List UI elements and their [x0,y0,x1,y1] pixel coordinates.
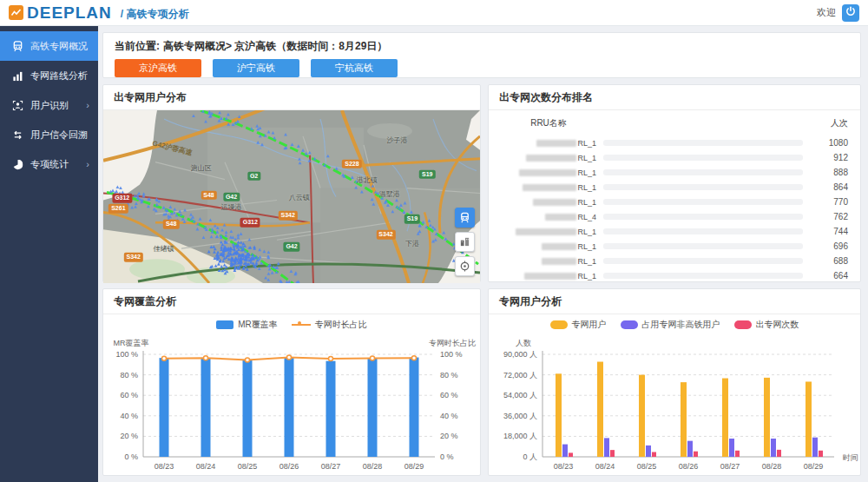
ranking-bar-track [603,169,803,175]
users-chart: 人数0 人18,000 人36,000 人54,000 人72,000 人90,… [489,335,860,474]
legend-item[interactable]: 专网用户 [550,319,607,331]
road-shield-badge: S48 [163,220,179,228]
map-place-label: 沙子港 [387,135,408,144]
road-shield-badge: G312 [240,218,260,227]
legend-item[interactable]: 专网时长占比 [292,319,367,331]
map-place-label: 下港 [405,239,419,248]
redacted-rru-name [545,214,576,221]
redacted-rru-name [523,184,576,191]
rru-name-suffix: RL_1 [577,168,596,177]
svg-text:0 %: 0 % [440,452,454,461]
svg-text:MR覆盖率: MR覆盖率 [114,339,149,347]
swap-arrows-icon [11,129,23,141]
ranking-bar-track [603,273,803,279]
sidebar-item-label: 专网路线分析 [30,69,88,83]
road-shield-badge: S19 [419,169,435,178]
power-icon [845,6,856,19]
road-shield-badge: S228 [342,159,361,168]
legend-label: MR覆盖率 [238,319,278,331]
svg-text:08/23: 08/23 [554,462,574,471]
map-place-label: 佳绪镇 [153,244,174,254]
ranking-value: 888 [813,168,848,177]
rail-line-button-3[interactable]: 宁杭高铁 [311,59,398,77]
sidebar-item-3[interactable]: 用户识别› [0,90,98,120]
legend-swatch [216,320,233,329]
ranking-row: RL_11080 [501,135,848,150]
svg-text:40 %: 40 % [120,412,138,420]
legend-item[interactable]: MR覆盖率 [216,319,278,331]
ranking-panel-title: 出专网次数分布排名 [489,85,860,110]
map-canvas[interactable]: G42沪蓉高速G312S261S48S48G312S342G42G2S342G4… [103,110,480,283]
svg-text:54,000 人: 54,000 人 [503,391,537,399]
legend-label: 专网时长占比 [315,319,367,331]
svg-text:08/29: 08/29 [804,462,824,471]
svg-text:08/27: 08/27 [720,462,740,471]
map-place-label: 运墁港 [221,202,242,212]
ranking-row: RL_1770 [501,195,848,209]
locate-icon [459,261,470,272]
sidebar-item-label: 用户信令回溯 [30,129,88,142]
ranking-bar-track [603,258,803,264]
page-title: / 高铁专项分析 [121,7,189,22]
road-shield-badge: G312 [112,194,132,202]
redacted-rru-name [516,228,576,235]
sidebar-item-1[interactable]: 高铁专网概况 [0,31,98,61]
users-panel-title: 专网用户分析 [489,289,860,314]
top-header: DEEPLAN / 高铁专项分析 欢迎 [0,0,868,26]
main-content: 当前位置:高铁专网概况> 京沪高铁（数据时间：8月29日） 京沪高铁沪宁高铁宁杭… [98,26,868,482]
rail-line-button-1[interactable]: 京沪高铁 [115,59,201,77]
legend-label: 出专网次数 [756,319,799,331]
rru-name-suffix: RL_1 [577,228,596,236]
svg-text:08/25: 08/25 [637,462,657,471]
logout-power-button[interactable] [842,4,859,22]
pie-chart-icon [11,158,23,170]
ranking-value: 864 [813,182,848,192]
buildings-3d-button[interactable] [455,232,475,252]
redacted-rru-name [519,169,576,176]
ranking-value: 688 [813,256,848,266]
sidebar-item-2[interactable]: 专网路线分析 [0,61,98,90]
breadcrumb-card: 当前位置:高铁专网概况> 京沪高铁（数据时间：8月29日） 京沪高铁沪宁高铁宁杭… [102,32,861,78]
ranking-bar-track [603,140,803,146]
users-panel: 专网用户分析 专网用户占用专网非高铁用户出专网次数 人数0 人18,000 人3… [488,288,861,476]
logo-chart-icon [9,5,23,20]
svg-text:60 %: 60 % [440,391,458,399]
ranking-value: 1080 [813,138,848,148]
road-shield-badge: S19 [404,215,420,223]
svg-text:08/27: 08/27 [321,462,341,471]
svg-text:08/23: 08/23 [155,462,174,471]
sidebar-item-5[interactable]: 专项统计› [0,149,98,179]
ranking-value: 696 [813,241,848,251]
legend-swatch [621,320,638,329]
svg-text:100 %: 100 % [440,350,463,359]
legend-label: 占用专网非高铁用户 [642,319,720,331]
redacted-rru-name [536,140,576,147]
ranking-bar-track [603,243,803,249]
road-shield-badge: G42 [223,192,240,201]
redacted-rru-name [542,258,576,265]
locate-button[interactable] [455,256,475,276]
ranking-value: 664 [813,271,848,281]
sidebar-item-4[interactable]: 用户信令回溯 [0,120,98,149]
chevron-right-icon: › [86,159,89,169]
rru-name-suffix: RL_1 [577,139,596,148]
road-shield-badge: S342 [278,211,297,220]
svg-text:08/25: 08/25 [238,462,258,471]
rru-name-suffix: RL_1 [577,183,596,192]
legend-item[interactable]: 占用专网非高铁用户 [621,319,720,331]
sidebar: 高铁专网概况专网路线分析用户识别›用户信令回溯专项统计› [0,26,98,482]
svg-text:专网时长占比: 专网时长占比 [429,339,476,347]
rru-name-suffix: RL_1 [577,198,596,207]
ranking-row: RL_1888 [501,165,848,180]
legend-item[interactable]: 出专网次数 [734,319,799,331]
redacted-rru-name [542,243,576,250]
svg-text:60 %: 60 % [120,391,138,399]
rail-line-button-2[interactable]: 沪宁高铁 [213,59,299,77]
rail-line-buttons: 京沪高铁沪宁高铁宁杭高铁 [115,59,849,77]
rail-layer-button[interactable] [455,208,475,228]
svg-text:08/29: 08/29 [404,462,424,471]
ranking-row: RL_1744 [501,224,848,239]
redacted-rru-name [533,199,576,206]
map-place-label: 温墅港 [379,188,400,198]
rru-name-suffix: RL_1 [577,272,596,281]
